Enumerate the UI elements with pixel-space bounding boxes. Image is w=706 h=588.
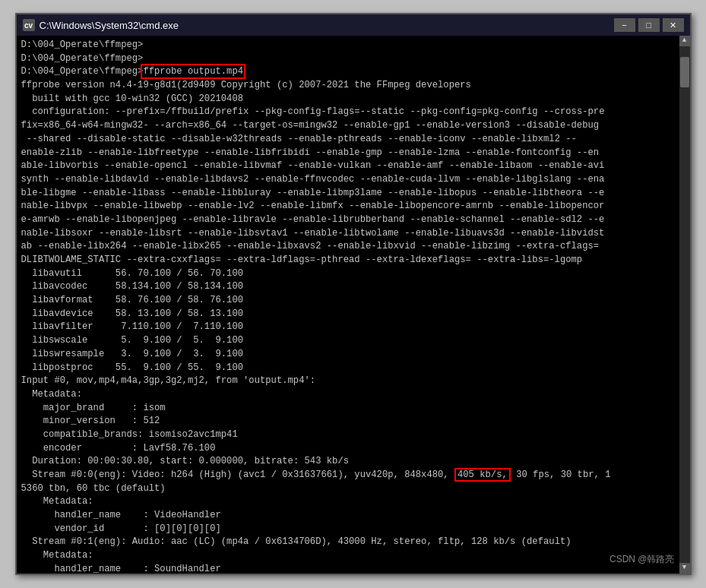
line-13: nable-libvpx --enable-libwebp --enable-l… <box>21 201 605 211</box>
line-32: Duration: 00:00:30.80, start: 0.000000, … <box>21 456 350 466</box>
title-bar-left: cv C:\Windows\System32\cmd.exe <box>23 19 179 31</box>
minimize-button[interactable]: − <box>614 18 635 32</box>
maximize-button[interactable]: □ <box>638 18 660 32</box>
line-22: libavfilter 7.110.100 / 7.110.100 <box>21 321 244 332</box>
scroll-down-arrow[interactable]: ▼ <box>679 563 690 574</box>
line-4: ffprobe version n4.4-19-g8d1(2d9409 Copy… <box>21 80 471 90</box>
line-25: libpostproc 55. 9.100 / 55. 9.100 <box>21 362 244 373</box>
line-21: libavdevice 58. 13.100 / 58. 13.100 <box>21 308 244 319</box>
cmd-window: cv C:\Windows\System32\cmd.exe − □ ✕ D:\… <box>15 13 692 575</box>
scrollbar[interactable]: ▲ ▼ <box>679 36 690 574</box>
close-button[interactable]: ✕ <box>663 18 684 32</box>
line-3: D:\004_Operate\ffmpeg>ffprobe output.mp4 <box>21 66 244 77</box>
line-26: Input #0, mov,mp4,m4a,3gp,3g2,mj2, from … <box>21 375 316 386</box>
line-8: --shared --disable-static --disable-w32t… <box>21 134 577 144</box>
line-29: minor_version : 512 <box>21 416 160 426</box>
title-bar: cv C:\Windows\System32\cmd.exe − □ ✕ <box>17 14 690 36</box>
line-11: synth --enable-libdavld --enable-libdavs… <box>21 174 605 185</box>
line-39: Metadata: <box>21 550 93 561</box>
line-35: Metadata: <box>21 496 93 507</box>
line-23: libswscale 5. 9.100 / 5. 9.100 <box>21 335 244 346</box>
watermark: CSDN @韩路亮 <box>609 553 675 566</box>
line-40: handler_name : SoundHandler <box>21 564 221 574</box>
scroll-up-arrow[interactable]: ▲ <box>679 36 690 46</box>
line-15: nable-libsoxr --enable-libsrt --enable-l… <box>21 228 605 239</box>
terminal-output: D:\004_Operate\ffmpeg> D:\004_Operate\ff… <box>17 36 690 574</box>
line-16: ab --enable-libx264 --enable-libx265 --e… <box>21 241 600 251</box>
line-30: compatible_brands: isomiso2avc1mp41 <box>21 429 238 440</box>
scrollbar-thumb[interactable] <box>680 57 689 87</box>
line-28: major_brand : isom <box>21 403 166 413</box>
line-5: built with gcc 10-win32 (GCC) 20210408 <box>21 93 244 104</box>
line-27: Metadata: <box>21 389 82 400</box>
line-1: D:\004_Operate\ffmpeg> <box>21 40 144 50</box>
line-12: ble-libgme --enable-libass --enable-libb… <box>21 188 605 198</box>
cmd-icon: cv <box>23 19 35 31</box>
line-24: libswresample 3. 9.100 / 3. 9.100 <box>21 349 244 359</box>
line-19: libavcodec 58.134.100 / 58.134.100 <box>21 281 244 292</box>
line-18: libavutil 56. 70.100 / 56. 70.100 <box>21 268 244 279</box>
line-7: fix=x86_64-w64-mingw32- --arch=x86_64 --… <box>21 120 600 131</box>
line-17: DLIBTWOLAME_STATIC --extra-cxxflags= --e… <box>21 254 583 265</box>
line-10: able-libvorbis --enable-opencl --enable-… <box>21 160 605 171</box>
line-33: Stream #0:0(eng): Video: h264 (High) (av… <box>21 468 611 482</box>
window-controls: − □ ✕ <box>614 18 684 32</box>
line-2: D:\004_Operate\ffmpeg> <box>21 53 144 64</box>
line-38: Stream #0:1(eng): Audio: aac (LC) (mp4a … <box>21 536 571 547</box>
line-14: e-amrwb --enable-libopenjpeg --enable-li… <box>21 214 605 225</box>
window-title: C:\Windows\System32\cmd.exe <box>40 20 179 31</box>
line-9: enable-zlib --enable-libfreetype --enabl… <box>21 147 600 158</box>
line-20: libavformat 58. 76.100 / 58. 76.100 <box>21 295 244 305</box>
line-6: configuration: --prefix=/ffbuild/prefix … <box>21 106 605 117</box>
line-37: vendor_id : [0][0][0][0] <box>21 523 221 534</box>
line-31: encoder : Lavf58.76.100 <box>21 443 216 454</box>
terminal-text: D:\004_Operate\ffmpeg> D:\004_Operate\ff… <box>21 39 685 574</box>
line-34: 5360 tbn, 60 tbc (default) <box>21 483 166 494</box>
line-36: handler_name : VideoHandler <box>21 510 221 520</box>
